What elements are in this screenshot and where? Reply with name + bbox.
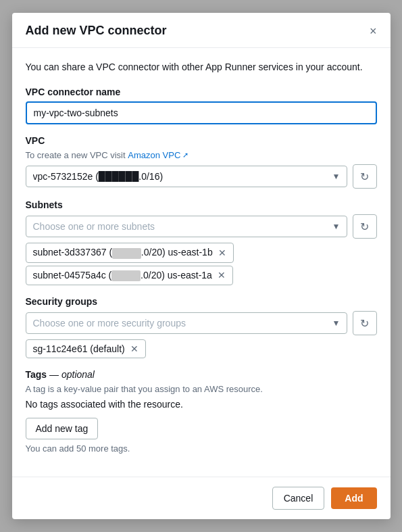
subnet-tag-item: subnet-04575a4c ( .0/20) us-east-1a ✕: [26, 266, 233, 285]
tags-none-text: No tags associated with the resource.: [26, 399, 377, 410]
security-groups-select[interactable]: Choose one or more security groups: [26, 312, 347, 334]
external-link-icon: ➚: [182, 151, 189, 160]
subnet-tag-item: subnet-3d337367 ( .0/20) us-east-1b ✕: [26, 243, 234, 262]
tags-group: Tags — optional A tag is a key-value pai…: [26, 369, 377, 454]
security-groups-refresh-button[interactable]: ↻: [353, 311, 377, 335]
security-groups-group: Security groups Choose one or more secur…: [26, 296, 377, 358]
modal-body: You can share a VPC connector with other…: [12, 48, 391, 476]
vpc-sublabel-text: To create a new VPC visit: [26, 150, 128, 160]
subnets-refresh-button[interactable]: ↻: [353, 214, 377, 239]
vpc-sublabel: To create a new VPC visit Amazon VPC ➚: [26, 150, 377, 160]
subnet-2-remove-button[interactable]: ✕: [218, 270, 226, 280]
modal-header: Add new VPC connector ×: [12, 13, 391, 48]
modal-description: You can share a VPC connector with other…: [26, 60, 377, 74]
tags-label-text: Tags: [26, 369, 47, 380]
vpc-select-row: vpc-5732152e (██████.0/16) ▼ ↻: [26, 164, 377, 189]
modal-footer: Cancel Add: [12, 477, 391, 519]
subnet-2-ip: [111, 270, 141, 281]
vpc-connector-name-input[interactable]: [26, 101, 377, 124]
subnet-1-ip: [112, 248, 141, 259]
subnet-1-text: subnet-3d337367 ( .0/20) us-east-1b: [33, 247, 213, 258]
vpc-select[interactable]: vpc-5732152e (██████.0/16): [26, 166, 347, 187]
security-group-1-remove-button[interactable]: ✕: [130, 344, 139, 354]
vpc-refresh-button[interactable]: ↻: [353, 164, 377, 189]
security-groups-refresh-icon: ↻: [360, 317, 369, 330]
vpc-connector-name-label: VPC connector name: [26, 87, 377, 97]
subnets-tag-list: subnet-3d337367 ( .0/20) us-east-1b ✕ su…: [26, 243, 377, 285]
subnets-select-wrapper: Choose one or more subnets ▼: [26, 216, 347, 237]
vpc-group: VPC To create a new VPC visit Amazon VPC…: [26, 135, 377, 189]
vpc-connector-name-group: VPC connector name: [26, 87, 377, 124]
add-tag-button[interactable]: Add new tag: [26, 418, 99, 439]
subnets-select[interactable]: Choose one or more subnets: [26, 216, 347, 237]
security-group-1-text: sg-11c24e61 (default): [33, 343, 125, 354]
subnet-1-remove-button[interactable]: ✕: [218, 248, 226, 258]
tags-optional-text: — optional: [49, 369, 95, 380]
close-button[interactable]: ×: [370, 25, 377, 37]
security-groups-select-row: Choose one or more security groups ▼ ↻: [26, 311, 377, 335]
subnets-refresh-icon: ↻: [360, 220, 369, 233]
tags-description: A tag is a key-value pair that you assig…: [26, 383, 377, 396]
amazon-vpc-link[interactable]: Amazon VPC ➚: [128, 150, 189, 160]
modal-title: Add new VPC connector: [26, 24, 167, 38]
security-groups-select-wrapper: Choose one or more security groups ▼: [26, 312, 347, 334]
tags-count-text: You can add 50 more tags.: [26, 443, 377, 454]
subnets-label: Subnets: [26, 199, 377, 210]
subnets-group: Subnets Choose one or more subnets ▼ ↻ s…: [26, 199, 377, 285]
subnet-2-text: subnet-04575a4c ( .0/20) us-east-1a: [33, 270, 212, 281]
security-groups-label: Security groups: [26, 296, 377, 307]
subnets-select-row: Choose one or more subnets ▼ ↻: [26, 214, 377, 239]
cancel-button[interactable]: Cancel: [272, 487, 325, 510]
vpc-label: VPC: [26, 135, 377, 146]
amazon-vpc-link-text: Amazon VPC: [128, 150, 180, 160]
tags-label: Tags — optional: [26, 369, 377, 380]
security-group-tag-item: sg-11c24e61 (default) ✕: [26, 339, 146, 358]
security-groups-tag-list: sg-11c24e61 (default) ✕: [26, 339, 377, 358]
vpc-refresh-icon: ↻: [360, 170, 369, 183]
add-vpc-connector-modal: Add new VPC connector × You can share a …: [12, 13, 391, 518]
vpc-select-wrapper: vpc-5732152e (██████.0/16) ▼: [26, 166, 347, 187]
add-button[interactable]: Add: [331, 487, 376, 509]
